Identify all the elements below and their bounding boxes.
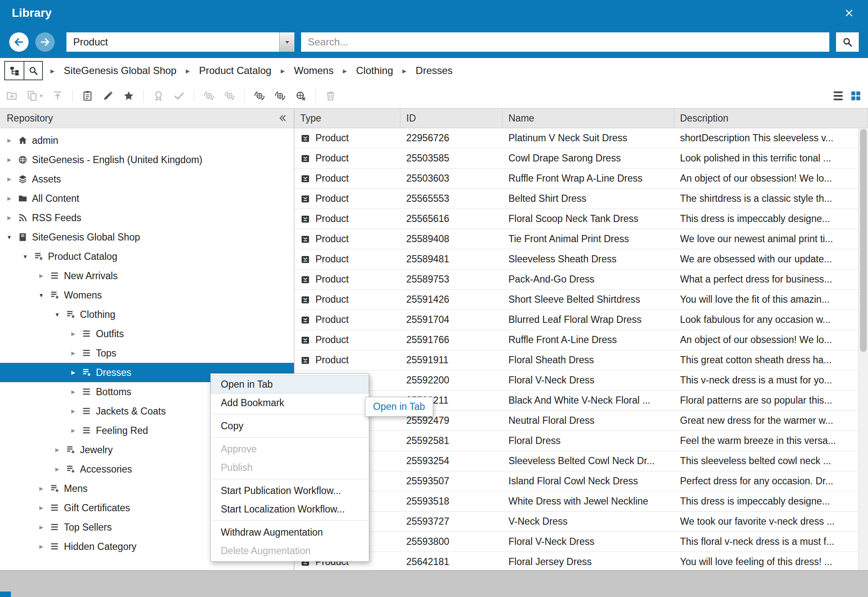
table-row[interactable]: Product25591911Floral Sheath DressThis g… bbox=[294, 350, 868, 370]
table-row[interactable]: Product25592581Floral DressFeel the warm… bbox=[294, 431, 868, 451]
tree-expanded-arrow-icon[interactable]: ▼ bbox=[53, 312, 61, 318]
tree-expanded-arrow-icon[interactable]: ▼ bbox=[21, 254, 29, 260]
tree-collapsed-arrow-icon[interactable]: ▶ bbox=[5, 195, 13, 201]
tree-collapsed-arrow-icon[interactable]: ▶ bbox=[69, 389, 77, 395]
table-row[interactable]: Product25589753Pack-And-Go DressWhat a p… bbox=[294, 269, 868, 290]
table-row[interactable]: Product25593507Island Floral Cowl Neck D… bbox=[294, 471, 868, 491]
name-cell: Pack-And-Go Dress bbox=[503, 269, 674, 289]
tree-collapsed-arrow-icon[interactable]: ▶ bbox=[69, 350, 77, 356]
bookmark-button[interactable] bbox=[123, 90, 135, 102]
breadcrumb-item-clothing[interactable]: Clothing bbox=[356, 65, 393, 77]
tree-view-toggle[interactable] bbox=[5, 62, 24, 79]
tree-collapsed-arrow-icon[interactable]: ▶ bbox=[69, 331, 77, 337]
column-header-id[interactable]: ID bbox=[400, 108, 503, 128]
tree-collapsed-arrow-icon[interactable]: ▶ bbox=[5, 157, 13, 163]
table-row[interactable]: Product25642181Floral Jersey DressYou wi… bbox=[294, 552, 868, 570]
refresh-localization-button[interactable] bbox=[274, 90, 286, 102]
tree-collapsed-arrow-icon[interactable]: ▶ bbox=[37, 524, 45, 530]
tree-collapsed-arrow-icon[interactable]: ▶ bbox=[69, 408, 77, 414]
tree-item-product-catalog[interactable]: ▼Product Catalog bbox=[0, 247, 294, 266]
table-row[interactable]: Product25591426Short Sleeve Belted Shirt… bbox=[294, 290, 868, 310]
tree-item-new-arrivals[interactable]: ▶New Arrivals bbox=[0, 266, 294, 285]
context-menu-item-start-localization-workflow[interactable]: Start Localization Workflow... bbox=[211, 500, 369, 518]
tree-expanded-arrow-icon[interactable]: ▼ bbox=[37, 292, 45, 298]
close-x-icon bbox=[844, 8, 854, 18]
table-row[interactable]: Product25503585Cowl Drape Sarong DressLo… bbox=[294, 148, 868, 169]
context-menu-item-add-bookmark[interactable]: Add Bookmark bbox=[211, 394, 369, 412]
table-scrollbar[interactable] bbox=[858, 128, 868, 570]
tree-collapsed-arrow-icon[interactable]: ▶ bbox=[37, 505, 45, 511]
tree-collapsed-arrow-icon[interactable]: ▶ bbox=[5, 215, 13, 221]
collapse-panel-icon[interactable] bbox=[278, 114, 287, 123]
context-menu-item-start-publication-workflow[interactable]: Start Publication Workflow... bbox=[211, 481, 369, 500]
tree-item-tops[interactable]: ▶Tops bbox=[0, 343, 294, 363]
table-row[interactable]: Product25503603Ruffle Front Wrap A-Line … bbox=[294, 169, 868, 189]
breadcrumb-item-sitegenesis-global-shop[interactable]: SiteGenesis Global Shop bbox=[64, 65, 177, 77]
forward-button[interactable] bbox=[35, 32, 55, 52]
refresh-publication-button[interactable] bbox=[254, 90, 265, 102]
column-header-name[interactable]: Name bbox=[503, 108, 674, 128]
id-cell: 25593507 bbox=[400, 471, 503, 491]
tree-item-rss-feeds[interactable]: ▶RSS Feeds bbox=[0, 208, 294, 227]
table-row[interactable]: Product25591766Ruffle Front A-Line Dress… bbox=[294, 330, 868, 350]
column-header-type[interactable]: Type bbox=[294, 108, 400, 128]
scope-dropdown[interactable]: Product bbox=[66, 32, 294, 52]
table-row[interactable]: Product22956726Platinum V Neck Suit Dres… bbox=[294, 128, 868, 148]
tree-item-womens[interactable]: ▼Womens bbox=[0, 285, 294, 305]
tree-item-label: Womens bbox=[64, 290, 102, 301]
context-menu-item-withdraw-augmentation[interactable]: Withdraw Augmentation bbox=[211, 523, 369, 542]
column-header-description[interactable]: Description bbox=[674, 108, 868, 128]
search-view-toggle[interactable] bbox=[24, 62, 42, 79]
context-menu-item-open-in-tab[interactable]: Open in Tab bbox=[211, 375, 369, 394]
tree-item-assets[interactable]: ▶Assets bbox=[0, 169, 294, 189]
tree-collapsed-arrow-icon[interactable]: ▶ bbox=[5, 176, 13, 182]
name-cell: Blurred Leaf Floral Wrap Dress bbox=[503, 310, 674, 330]
trash-icon bbox=[325, 90, 336, 102]
tree-collapsed-arrow-icon[interactable]: ▶ bbox=[69, 370, 77, 375]
breadcrumb-item-dresses[interactable]: Dresses bbox=[415, 65, 453, 77]
tree-item-sitegenesis-global-shop[interactable]: ▼SiteGenesis Global Shop bbox=[0, 227, 294, 247]
back-button[interactable] bbox=[9, 32, 29, 52]
breadcrumb-item-womens[interactable]: Womens bbox=[294, 65, 333, 77]
table-row[interactable]: Product25593518White Dress with Jewel Ne… bbox=[294, 491, 868, 512]
table-row[interactable]: Product25565553Belted Shirt DressThe shi… bbox=[294, 189, 868, 209]
toolbar-divider bbox=[72, 90, 73, 102]
tree-expanded-arrow-icon[interactable]: ▼ bbox=[5, 234, 13, 240]
grid-view-button[interactable] bbox=[849, 90, 862, 102]
table-row[interactable]: Product25589408Tie Front Animal Print Dr… bbox=[294, 229, 868, 249]
list-view-button[interactable] bbox=[832, 90, 844, 102]
search-input[interactable] bbox=[301, 32, 829, 52]
paste-button[interactable] bbox=[82, 90, 93, 102]
list-icon bbox=[50, 271, 60, 281]
table-row[interactable]: Product25565616Floral Scoop Neck Tank Dr… bbox=[294, 209, 868, 229]
view-grid-icon bbox=[849, 90, 862, 102]
tree-collapsed-arrow-icon[interactable]: ▶ bbox=[5, 137, 13, 143]
tree-collapsed-arrow-icon[interactable]: ▶ bbox=[37, 273, 45, 279]
edit-button[interactable] bbox=[102, 90, 114, 102]
tree-collapsed-arrow-icon[interactable]: ▶ bbox=[69, 428, 77, 433]
tree-item-outfits[interactable]: ▶Outfits bbox=[0, 324, 294, 343]
search-button[interactable] bbox=[836, 32, 859, 52]
table-row[interactable]: Product25589481Sleeveless Sheath DressWe… bbox=[294, 249, 868, 269]
chevron-down-icon[interactable] bbox=[279, 32, 294, 52]
pencil-icon bbox=[102, 90, 114, 102]
withdraw-publication-button[interactable] bbox=[295, 90, 307, 102]
tree-item-clothing[interactable]: ▼Clothing bbox=[0, 305, 294, 324]
tree-collapsed-arrow-icon[interactable]: ▶ bbox=[53, 447, 61, 453]
tree-item-admin[interactable]: ▶admin bbox=[0, 131, 294, 150]
tree-collapsed-arrow-icon[interactable]: ▶ bbox=[53, 466, 61, 472]
table-row[interactable]: Product25592200Floral V-Neck DressThis v… bbox=[294, 370, 868, 391]
breadcrumb-item-product-catalog[interactable]: Product Catalog bbox=[199, 65, 271, 77]
globe-x-icon bbox=[295, 90, 307, 102]
tree-item-all-content[interactable]: ▶All Content bbox=[0, 189, 294, 208]
table-row[interactable]: Product25593800Floral V-Neck DressThis f… bbox=[294, 532, 868, 552]
scrollbar-thumb[interactable] bbox=[860, 129, 867, 352]
table-row[interactable]: Product25593727V-Neck DressWe took our f… bbox=[294, 512, 868, 532]
tree-item-sitegenesis-english-united-kingdom[interactable]: ▶SiteGenesis - English (United Kingdom) bbox=[0, 150, 294, 169]
table-row[interactable]: Product25593254Sleeveless Belted Cowl Ne… bbox=[294, 451, 868, 471]
tree-collapsed-arrow-icon[interactable]: ▶ bbox=[37, 486, 45, 491]
tree-collapsed-arrow-icon[interactable]: ▶ bbox=[37, 544, 45, 549]
table-row[interactable]: Product25591704Blurred Leaf Floral Wrap … bbox=[294, 310, 868, 330]
close-icon[interactable] bbox=[842, 6, 856, 20]
context-menu-item-copy[interactable]: Copy bbox=[211, 417, 369, 435]
